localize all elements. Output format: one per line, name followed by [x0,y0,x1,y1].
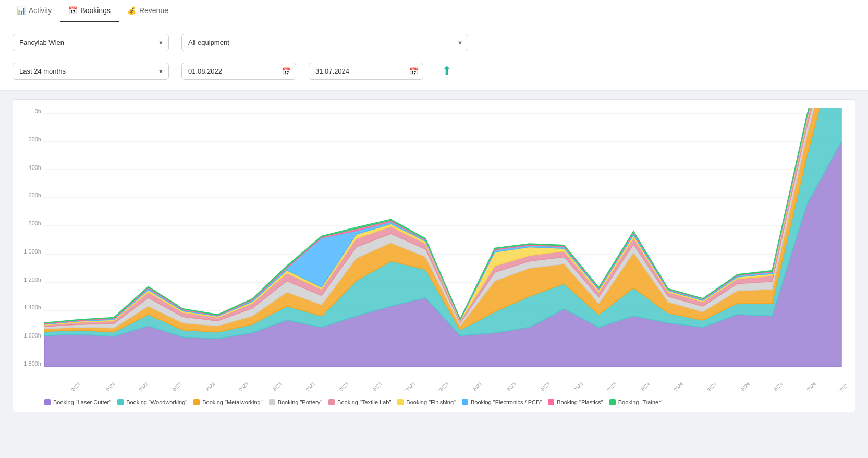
y-axis-label: 1 800h [21,360,44,367]
x-axis-label: April 2023 [322,381,349,391]
x-axis-label: Februar 2024 [656,381,683,391]
legend-label: Booking "Electronics / PCB" [471,399,542,405]
legend-color [328,399,335,405]
legend-item: Booking "Woodworking" [117,399,187,405]
y-axis-label: 800h [21,220,44,226]
from-field: 📅 [181,59,296,80]
x-axis-label: Juni 2023 [388,381,415,391]
legend: Booking "Laser Cutter"Booking "Woodworki… [21,393,847,412]
x-axis-label: Mai 2024 [756,381,784,391]
legend-color [548,399,554,405]
x-axis-label: Oktober 2023 [523,381,551,391]
bookings-tab-icon: 📅 [68,6,77,15]
legend-color [44,399,51,405]
x-axis-label: Dezember 2023 [590,381,617,391]
legend-label: Booking "Pottery" [278,399,322,405]
legend-color [462,399,468,405]
tab-bookings[interactable]: 📅Bookings [60,0,119,22]
legend-color [397,399,404,405]
x-axis-label: September 2022 [88,381,116,391]
area-chart-svg [44,108,847,379]
legend-label: Booking "Woodworking" [126,399,187,405]
x-axis-label: Jänner 2024 [624,381,651,391]
y-axis-label: 0h [21,108,44,114]
legend-item: Booking "Laser Cutter" [44,399,111,405]
daterange-select[interactable]: Last 24 months [13,63,169,80]
x-axis-label: Juni 2024 [790,381,817,391]
legend-label: Booking "Finishing" [406,399,456,405]
x-axis-label: November 2022 [155,381,182,391]
tab-activity[interactable]: 📊Activity [8,0,60,22]
legend-color [117,399,124,405]
y-axis-label: 1 200h [21,276,44,283]
x-axis-label: Jänner 2023 [222,381,249,391]
x-axis-label: Juli 2024 [823,381,847,391]
legend-label: Booking "Textile Lab" [337,399,391,405]
until-input[interactable] [309,63,423,80]
x-axis-label: Dezember 2022 [189,381,216,391]
y-axis-label: 200h [21,136,44,142]
until-field: 📅 [309,59,423,80]
y-axis-label: 400h [21,164,44,171]
legend-label: Booking "Plastics" [557,399,603,405]
activity-tab-icon: 📊 [17,6,26,15]
x-axis-label: Februar 2023 [255,381,283,391]
x-axis-label: August 2023 [455,381,482,391]
chart-area: 1 800h1 600h1 400h1 200h1 000h800h600h40… [0,91,868,412]
legend-item: Booking "Finishing" [397,399,456,405]
space-select[interactable]: Fancylab Wien [13,34,169,51]
y-axis: 1 800h1 600h1 400h1 200h1 000h800h600h40… [21,108,44,379]
until-calendar-icon[interactable]: 📅 [409,67,418,76]
x-axis-label: November 2023 [557,381,584,391]
revenue-tab-icon: 💰 [127,6,136,15]
chart-plot [44,108,847,379]
y-axis-label: 1 400h [21,304,44,310]
x-axis-label: September 2023 [489,381,517,391]
legend-item: Booking "Trainer" [609,399,663,405]
activity-tab-label: Activity [29,6,52,15]
from-input[interactable] [181,63,296,80]
legend-item: Booking "Metalworking" [193,399,262,405]
chart-wrapper: 1 800h1 600h1 400h1 200h1 000h800h600h40… [21,108,847,379]
equipment-field: All equipment ▼ [181,31,468,51]
download-button[interactable]: ⬆ [440,62,454,80]
filter-controls: Fancylab Wien ▼ All equipment ▼ Last 24 … [0,22,868,91]
from-calendar-icon[interactable]: 📅 [282,67,291,76]
x-axis-label: Juli 2023 [422,381,449,391]
revenue-tab-label: Revenue [139,6,168,15]
tab-bar: 📊Activity📅Bookings💰Revenue [0,0,868,22]
x-axis-wrapper: August 2022September 2022Oktober 2022Nov… [21,379,847,393]
legend-color [193,399,200,405]
equipment-select[interactable]: All equipment [181,34,468,51]
space-field: Fancylab Wien ▼ [13,31,169,51]
legend-color [609,399,616,405]
y-axis-label: 600h [21,192,44,198]
tab-revenue[interactable]: 💰Revenue [119,0,177,22]
bookings-tab-label: Bookings [80,6,111,15]
y-axis-label: 1 600h [21,332,44,339]
x-axis-label: August 2022 [54,381,81,391]
legend-item: Booking "Plastics" [548,399,603,405]
legend-label: Booking "Metalworking" [202,399,262,405]
chart-container: 1 800h1 600h1 400h1 200h1 000h800h600h40… [13,99,855,412]
x-axis-label: April 2024 [723,381,750,391]
legend-label: Booking "Laser Cutter" [53,399,111,405]
legend-item: Booking "Pottery" [269,399,322,405]
legend-label: Booking "Trainer" [618,399,663,405]
x-axis-label: März 2023 [289,381,316,391]
x-axis-label: Mai 2023 [356,381,383,391]
legend-item: Booking "Textile Lab" [328,399,391,405]
legend-item: Booking "Electronics / PCB" [462,399,542,405]
x-axis-label: März 2024 [690,381,717,391]
legend-color [269,399,275,405]
x-axis-label: Oktober 2022 [122,381,149,391]
daterange-field: Last 24 months ▼ [13,59,169,80]
y-axis-label: 1 000h [21,248,44,255]
